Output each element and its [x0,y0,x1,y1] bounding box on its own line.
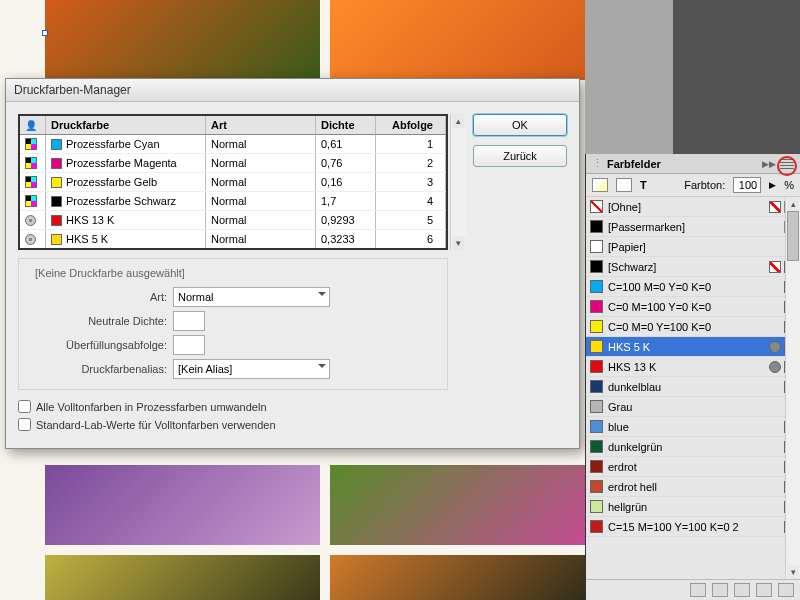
scroll-up-icon[interactable]: ▴ [787,197,799,211]
grey-icon [769,441,781,453]
checkbox-input[interactable] [18,418,31,431]
ink-name: Prozessfarbe Magenta [66,157,177,169]
ink-row[interactable]: Prozessfarbe CyanNormal0,611 [20,135,446,153]
scroll-down-icon[interactable]: ▾ [787,565,799,579]
new-swatch-icon[interactable] [756,583,772,597]
ink-chip [51,139,62,150]
swatch-row[interactable]: hellgrün [586,497,800,517]
checkbox-input[interactable] [18,400,31,413]
swatch-row[interactable]: C=0 M=100 Y=0 K=0 [586,297,800,317]
swatch-chip [590,220,603,233]
swatch-chip [590,480,603,493]
tint-arrow-icon[interactable]: ▶ [769,180,776,190]
swatch-name: hellgrün [608,501,647,513]
swatch-name: HKS 5 K [608,341,650,353]
swatch-row[interactable]: HKS 13 K [586,357,800,377]
column-header-density[interactable]: Dichte [316,116,376,135]
panel-grip-icon[interactable]: ⋮ [592,157,603,170]
process-ink-icon [25,157,37,169]
canvas-image [330,465,600,545]
ink-form: [Keine Druckfarbe ausgewählt] Art: Norma… [18,258,448,390]
column-header-name[interactable]: Druckfarbe [46,116,206,135]
swatch-row[interactable]: [Ohne] [586,197,800,217]
grey-icon [769,301,781,313]
swatch-chip [590,320,603,333]
fill-stroke-icon[interactable] [592,178,608,192]
trap-input[interactable] [173,335,205,355]
swatch-row[interactable]: erdrot [586,457,800,477]
ink-name: HKS 5 K [66,233,108,245]
collapse-icon[interactable]: ▶▶ [762,159,776,169]
show-options-icon[interactable] [690,583,706,597]
process-ink-icon [25,195,37,207]
cancel-button[interactable]: Zurück [473,145,567,167]
swatch-row[interactable]: C=0 M=0 Y=100 K=0 [586,317,800,337]
ink-type: Normal [206,211,316,229]
alias-combo[interactable]: [Kein Alias] [173,359,330,379]
delete-swatch-icon[interactable] [778,583,794,597]
swatch-chip [590,200,603,213]
swatch-row[interactable]: [Schwarz] [586,257,800,277]
swatch-scrollbar[interactable]: ▴ ▾ [785,197,800,579]
swatch-name: C=0 M=100 Y=0 K=0 [608,301,711,313]
text-format-icon[interactable]: T [640,179,647,191]
scroll-thumb[interactable] [787,211,799,261]
swatch-chip [590,340,603,353]
swatch-row[interactable]: dunkelblau [586,377,800,397]
swatch-name: C=100 M=0 Y=0 K=0 [608,281,711,293]
ink-row[interactable]: HKS 5 KNormal0,32336 [20,229,446,248]
swatch-row[interactable]: Grau [586,397,800,417]
ok-button[interactable]: OK [473,114,567,136]
column-header-sequence[interactable]: Abfolge [376,116,446,135]
swatch-name: HKS 13 K [608,361,656,373]
checkbox-lab-values[interactable]: Standard-Lab-Werte für Volltonfarben ver… [18,418,567,431]
ink-row[interactable]: Prozessfarbe SchwarzNormal1,74 [20,191,446,210]
swatch-row[interactable]: C=15 M=100 Y=100 K=0 2 [586,517,800,537]
column-header-type[interactable]: Art [206,116,316,135]
pasteboard [585,0,673,154]
ink-chip [51,196,62,207]
tint-input[interactable]: 100 [733,177,761,193]
panel-menu-icon[interactable] [780,159,794,169]
swatch-row[interactable]: HKS 5 K [586,337,800,357]
canvas-image [45,465,320,545]
swatch-view2-icon[interactable] [734,583,750,597]
scroll-up-icon[interactable]: ▴ [452,114,465,128]
type-combo[interactable]: Normal [173,287,330,307]
swatch-name: [Papier] [608,241,646,253]
swatch-view-icon[interactable] [712,583,728,597]
canvas-image [45,555,320,600]
checkbox-convert-spot[interactable]: Alle Volltonfarben in Prozessfarben umwa… [18,400,567,413]
label-trap: Überfüllungsabfolge: [29,339,167,351]
ink-row[interactable]: HKS 13 KNormal0,92935 [20,210,446,229]
selection-handle[interactable] [42,30,48,36]
ink-row[interactable]: Prozessfarbe GelbNormal0,163 [20,172,446,191]
label-density: Neutrale Dichte: [29,315,167,327]
swatch-chip [590,520,603,533]
tint-unit: % [784,179,794,191]
swatch-row[interactable]: [Passermarken] [586,217,800,237]
grey-icon [769,321,781,333]
swatch-row[interactable]: dunkelgrün [586,437,800,457]
grey-icon [769,401,781,413]
swatch-chip [590,420,603,433]
ink-sequence: 2 [376,154,446,172]
column-icon[interactable]: 👤 [20,116,46,135]
container-format-icon[interactable] [616,178,632,192]
grey-icon [769,461,781,473]
ink-density: 0,61 [316,135,376,153]
table-scrollbar[interactable]: ▴ ▾ [450,114,466,250]
swatch-row[interactable]: erdrot hell [586,477,800,497]
ink-type: Normal [206,230,316,248]
ink-sequence: 4 [376,192,446,210]
swatch-name: dunkelgrün [608,441,662,453]
ink-name: HKS 13 K [66,214,114,226]
swatch-row[interactable]: [Papier] [586,237,800,257]
scroll-down-icon[interactable]: ▾ [452,236,465,250]
density-input[interactable] [173,311,205,331]
swatch-row[interactable]: blue [586,417,800,437]
panel-title[interactable]: Farbfelder [607,158,661,170]
swatch-row[interactable]: C=100 M=0 Y=0 K=0 [586,277,800,297]
ink-row[interactable]: Prozessfarbe MagentaNormal0,762 [20,153,446,172]
dialog-title[interactable]: Druckfarben-Manager [6,79,579,102]
